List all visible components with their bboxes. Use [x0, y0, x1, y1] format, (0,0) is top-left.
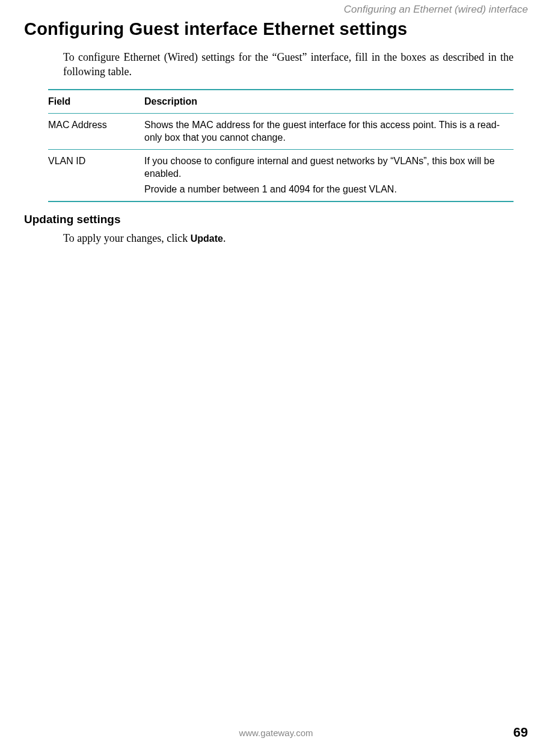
- cell-field: VLAN ID: [48, 149, 144, 201]
- page-number: 69: [514, 725, 528, 740]
- table-header-field: Field: [48, 90, 144, 114]
- footer-url: www.gateway.com: [239, 728, 313, 738]
- update-suffix: .: [223, 232, 226, 244]
- table-header-description: Description: [144, 90, 514, 114]
- section-heading: Configuring Guest interface Ethernet set…: [24, 19, 528, 39]
- subsection-heading: Updating settings: [24, 213, 528, 226]
- cell-description-p2: Provide a number between 1 and 4094 for …: [144, 183, 505, 196]
- page-footer: www.gateway.com 69: [24, 725, 528, 740]
- cell-description: Shows the MAC address for the guest inte…: [144, 113, 514, 149]
- table-row: VLAN ID If you choose to configure inter…: [48, 149, 514, 201]
- update-paragraph: To apply your changes, click Update.: [63, 232, 514, 245]
- update-prefix: To apply your changes, click: [63, 232, 191, 244]
- running-header: Configuring an Ethernet (wired) interfac…: [24, 0, 528, 18]
- cell-description: If you choose to configure internal and …: [144, 149, 514, 201]
- table-row: MAC Address Shows the MAC address for th…: [48, 113, 514, 149]
- intro-paragraph: To configure Ethernet (Wired) settings f…: [63, 50, 514, 79]
- cell-field: MAC Address: [48, 113, 144, 149]
- field-description-table: Field Description MAC Address Shows the …: [48, 89, 514, 202]
- cell-description-p1: If you choose to configure internal and …: [144, 155, 505, 180]
- document-page: Configuring an Ethernet (wired) interfac…: [0, 0, 552, 756]
- update-button-reference: Update: [191, 233, 223, 244]
